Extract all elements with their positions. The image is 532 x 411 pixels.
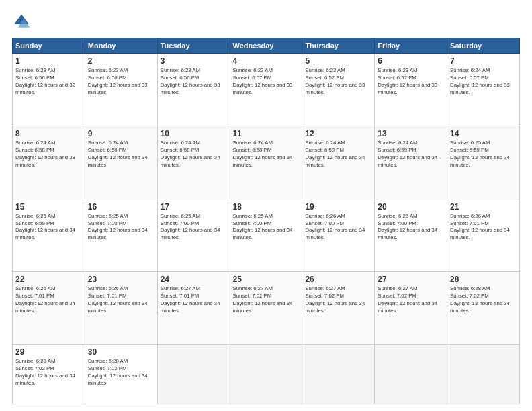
day-info: Sunrise: 6:24 AM Sunset: 6:58 PM Dayligh… (233, 140, 300, 169)
table-row: 24 Sunrise: 6:27 AM Sunset: 7:01 PM Dayl… (157, 271, 230, 344)
calendar-week-row: 1 Sunrise: 6:23 AM Sunset: 6:56 PM Dayli… (13, 54, 520, 126)
day-number: 2 (88, 56, 154, 66)
table-row (302, 345, 375, 404)
table-row: 20 Sunrise: 6:26 AM Sunset: 7:00 PM Dayl… (375, 199, 447, 271)
table-row: 17 Sunrise: 6:25 AM Sunset: 7:00 PM Dayl… (157, 199, 230, 271)
table-row: 7 Sunrise: 6:24 AM Sunset: 6:57 PM Dayli… (447, 54, 520, 126)
day-info: Sunrise: 6:25 AM Sunset: 6:59 PM Dayligh… (15, 213, 82, 242)
calendar-table: Sunday Monday Tuesday Wednesday Thursday… (12, 38, 520, 404)
table-row: 30 Sunrise: 6:28 AM Sunset: 7:02 PM Dayl… (85, 345, 157, 404)
col-friday: Friday (375, 38, 447, 54)
table-row: 12 Sunrise: 6:24 AM Sunset: 6:59 PM Dayl… (302, 126, 375, 199)
day-info: Sunrise: 6:24 AM Sunset: 6:59 PM Dayligh… (305, 140, 371, 169)
table-row: 5 Sunrise: 6:23 AM Sunset: 6:57 PM Dayli… (302, 54, 375, 126)
day-number: 17 (161, 202, 227, 212)
table-row: 16 Sunrise: 6:25 AM Sunset: 7:00 PM Dayl… (85, 199, 157, 271)
table-row: 2 Sunrise: 6:23 AM Sunset: 6:56 PM Dayli… (85, 54, 157, 126)
day-info: Sunrise: 6:27 AM Sunset: 7:02 PM Dayligh… (233, 285, 300, 315)
day-info: Sunrise: 6:23 AM Sunset: 6:56 PM Dayligh… (88, 67, 154, 97)
table-row: 29 Sunrise: 6:28 AM Sunset: 7:02 PM Dayl… (13, 345, 85, 404)
table-row: 11 Sunrise: 6:24 AM Sunset: 6:58 PM Dayl… (230, 126, 302, 199)
day-number: 4 (233, 56, 300, 66)
day-info: Sunrise: 6:23 AM Sunset: 6:56 PM Dayligh… (15, 67, 82, 97)
day-info: Sunrise: 6:23 AM Sunset: 6:57 PM Dayligh… (378, 67, 444, 97)
day-info: Sunrise: 6:24 AM Sunset: 6:57 PM Dayligh… (450, 67, 517, 97)
day-info: Sunrise: 6:27 AM Sunset: 7:01 PM Dayligh… (161, 285, 227, 315)
day-number: 5 (305, 56, 371, 66)
day-number: 18 (233, 202, 300, 212)
logo-icon (12, 12, 31, 31)
day-number: 16 (88, 202, 154, 212)
col-saturday: Saturday (447, 38, 520, 54)
day-number: 15 (15, 202, 82, 212)
day-number: 12 (305, 129, 371, 138)
day-number: 6 (378, 56, 444, 66)
col-tuesday: Tuesday (157, 38, 230, 54)
day-number: 3 (161, 56, 227, 66)
calendar-week-row: 29 Sunrise: 6:28 AM Sunset: 7:02 PM Dayl… (13, 345, 520, 404)
day-info: Sunrise: 6:25 AM Sunset: 7:00 PM Dayligh… (161, 213, 227, 242)
table-row: 13 Sunrise: 6:24 AM Sunset: 6:59 PM Dayl… (375, 126, 447, 199)
table-row: 26 Sunrise: 6:27 AM Sunset: 7:02 PM Dayl… (302, 271, 375, 344)
calendar-week-row: 15 Sunrise: 6:25 AM Sunset: 6:59 PM Dayl… (13, 199, 520, 271)
table-row: 6 Sunrise: 6:23 AM Sunset: 6:57 PM Dayli… (375, 54, 447, 126)
table-row: 19 Sunrise: 6:26 AM Sunset: 7:00 PM Dayl… (302, 199, 375, 271)
table-row: 8 Sunrise: 6:24 AM Sunset: 6:58 PM Dayli… (13, 126, 85, 199)
table-row: 9 Sunrise: 6:24 AM Sunset: 6:58 PM Dayli… (85, 126, 157, 199)
day-number: 22 (15, 275, 82, 284)
day-info: Sunrise: 6:27 AM Sunset: 7:02 PM Dayligh… (305, 285, 371, 315)
table-row: 1 Sunrise: 6:23 AM Sunset: 6:56 PM Dayli… (13, 54, 85, 126)
day-number: 14 (450, 129, 517, 138)
day-info: Sunrise: 6:24 AM Sunset: 6:58 PM Dayligh… (161, 140, 227, 169)
col-monday: Monday (85, 38, 157, 54)
day-info: Sunrise: 6:24 AM Sunset: 6:58 PM Dayligh… (15, 140, 82, 169)
day-info: Sunrise: 6:27 AM Sunset: 7:02 PM Dayligh… (378, 285, 444, 315)
day-number: 11 (233, 129, 300, 138)
day-info: Sunrise: 6:28 AM Sunset: 7:02 PM Dayligh… (450, 285, 517, 315)
day-number: 1 (15, 56, 82, 66)
table-row: 25 Sunrise: 6:27 AM Sunset: 7:02 PM Dayl… (230, 271, 302, 344)
day-number: 9 (88, 129, 154, 138)
day-info: Sunrise: 6:26 AM Sunset: 7:01 PM Dayligh… (15, 285, 82, 315)
day-info: Sunrise: 6:28 AM Sunset: 7:02 PM Dayligh… (88, 358, 154, 387)
day-number: 10 (161, 129, 227, 138)
table-row: 15 Sunrise: 6:25 AM Sunset: 6:59 PM Dayl… (13, 199, 85, 271)
table-row: 18 Sunrise: 6:25 AM Sunset: 7:00 PM Dayl… (230, 199, 302, 271)
col-wednesday: Wednesday (230, 38, 302, 54)
table-row: 14 Sunrise: 6:25 AM Sunset: 6:59 PM Dayl… (447, 126, 520, 199)
page: Sunday Monday Tuesday Wednesday Thursday… (0, 0, 532, 411)
calendar-week-row: 8 Sunrise: 6:24 AM Sunset: 6:58 PM Dayli… (13, 126, 520, 199)
day-info: Sunrise: 6:23 AM Sunset: 6:57 PM Dayligh… (233, 67, 300, 97)
day-number: 13 (378, 129, 444, 138)
day-info: Sunrise: 6:26 AM Sunset: 7:01 PM Dayligh… (450, 213, 517, 242)
table-row (447, 345, 520, 404)
day-number: 8 (15, 129, 82, 138)
logo (12, 12, 34, 31)
day-info: Sunrise: 6:24 AM Sunset: 6:59 PM Dayligh… (378, 140, 444, 169)
table-row: 4 Sunrise: 6:23 AM Sunset: 6:57 PM Dayli… (230, 54, 302, 126)
day-number: 21 (450, 202, 517, 212)
col-sunday: Sunday (13, 38, 85, 54)
day-info: Sunrise: 6:26 AM Sunset: 7:01 PM Dayligh… (88, 285, 154, 315)
day-number: 29 (15, 347, 82, 357)
table-row (157, 345, 230, 404)
table-row (375, 345, 447, 404)
table-row: 3 Sunrise: 6:23 AM Sunset: 6:56 PM Dayli… (157, 54, 230, 126)
table-row: 23 Sunrise: 6:26 AM Sunset: 7:01 PM Dayl… (85, 271, 157, 344)
day-number: 27 (378, 275, 444, 284)
day-number: 7 (450, 56, 517, 66)
day-number: 30 (88, 347, 154, 357)
calendar-header-row: Sunday Monday Tuesday Wednesday Thursday… (13, 38, 520, 54)
header (12, 12, 520, 31)
table-row: 10 Sunrise: 6:24 AM Sunset: 6:58 PM Dayl… (157, 126, 230, 199)
day-number: 28 (450, 275, 517, 284)
table-row: 28 Sunrise: 6:28 AM Sunset: 7:02 PM Dayl… (447, 271, 520, 344)
day-number: 25 (233, 275, 300, 284)
day-info: Sunrise: 6:25 AM Sunset: 7:00 PM Dayligh… (88, 213, 154, 242)
day-info: Sunrise: 6:24 AM Sunset: 6:58 PM Dayligh… (88, 140, 154, 169)
day-info: Sunrise: 6:26 AM Sunset: 7:00 PM Dayligh… (378, 213, 444, 242)
day-info: Sunrise: 6:26 AM Sunset: 7:00 PM Dayligh… (305, 213, 371, 242)
day-number: 19 (305, 202, 371, 212)
day-number: 26 (305, 275, 371, 284)
calendar-week-row: 22 Sunrise: 6:26 AM Sunset: 7:01 PM Dayl… (13, 271, 520, 344)
